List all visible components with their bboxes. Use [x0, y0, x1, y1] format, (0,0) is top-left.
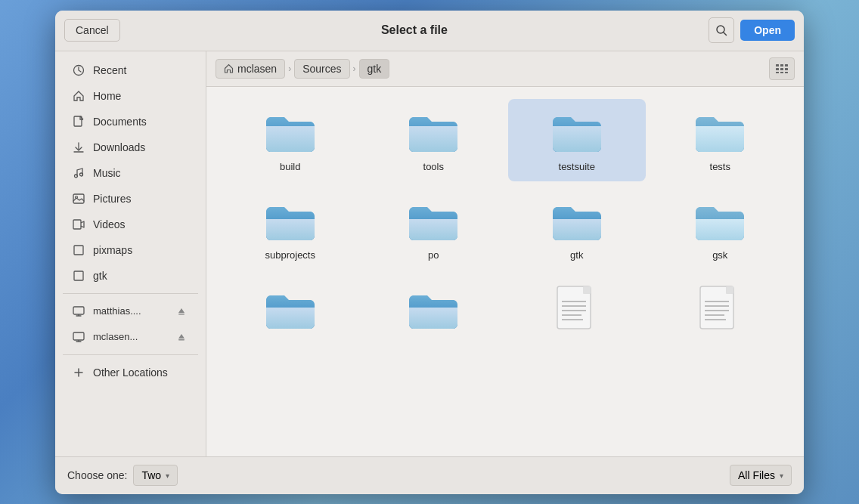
breadcrumb-sources[interactable]: Sources [294, 59, 349, 79]
eject-matthias-button[interactable] [174, 304, 189, 319]
breadcrumb-gtk[interactable]: gtk [359, 59, 390, 79]
svg-point-6 [75, 175, 78, 178]
sidebar-item-gtk[interactable]: gtk [60, 264, 201, 288]
svg-rect-28 [776, 68, 779, 70]
sidebar-item-recent[interactable]: Recent [60, 58, 201, 82]
dialog-footer: Choose one: Two ▾ All Files ▾ [55, 456, 804, 494]
svg-rect-35 [583, 286, 591, 294]
sidebar-divider-2 [63, 354, 198, 355]
choose-arrow: ▾ [166, 472, 169, 480]
device-mclasen-icon [72, 330, 85, 344]
file-item-gsk[interactable]: gsk [652, 187, 789, 270]
file-item-tools[interactable]: tools [365, 99, 503, 181]
file-icon-2 [697, 285, 743, 339]
sidebar-divider [63, 293, 198, 294]
sidebar-device-mclasen[interactable]: mclasen... [60, 325, 201, 349]
eject-mclasen-button[interactable] [174, 329, 189, 345]
music-icon [72, 166, 85, 180]
svg-rect-27 [785, 64, 788, 66]
sidebar-item-home[interactable]: Home [60, 84, 201, 108]
folder-icon-subprojects [263, 196, 318, 243]
breadcrumb-sep-2: › [352, 63, 358, 74]
file-item-po[interactable]: po [365, 187, 503, 270]
sidebar-device-matthias[interactable]: matthias.... [60, 299, 201, 323]
device-matthias-label: matthias.... [93, 305, 174, 317]
device-matthias-icon [72, 305, 85, 318]
svg-marker-21 [178, 334, 185, 339]
svg-rect-18 [73, 332, 84, 340]
file-label-testsuite: testsuite [559, 161, 595, 172]
file-item-testsuite[interactable]: testsuite [508, 99, 646, 181]
choose-label: Choose one: [67, 469, 127, 481]
view-toggle-button[interactable] [769, 57, 795, 80]
svg-rect-12 [74, 271, 83, 280]
sidebar-item-pictures[interactable]: Pictures [60, 187, 201, 211]
svg-point-7 [80, 173, 83, 176]
svg-rect-26 [780, 64, 783, 66]
open-button[interactable]: Open [740, 20, 795, 41]
footer-left: Choose one: Two ▾ [67, 465, 178, 486]
breadcrumb-gtk-label: gtk [367, 63, 382, 75]
folder-icon-gsk [693, 196, 747, 243]
choose-dropdown[interactable]: Two ▾ [133, 465, 178, 486]
breadcrumb-mclasen-label: mclasen [237, 63, 277, 75]
pixmaps-icon [72, 243, 85, 257]
folder-icon-gtk2 [550, 196, 604, 243]
sidebar-item-pixmaps[interactable]: pixmaps [60, 238, 201, 262]
svg-rect-32 [780, 72, 783, 73]
file-item-build[interactable]: build [222, 99, 359, 181]
file-icon-1 [554, 285, 600, 339]
folder-icon-tools [406, 108, 461, 155]
recent-label: Recent [93, 64, 126, 76]
folder-icon-build [263, 108, 318, 155]
recent-icon [72, 63, 85, 77]
cancel-button[interactable]: Cancel [64, 19, 120, 42]
sidebar-item-documents[interactable]: Documents [60, 110, 201, 134]
pixmaps-label: pixmaps [93, 244, 132, 256]
file-item-folder9[interactable] [222, 276, 359, 354]
file-label-gtk2: gtk [570, 249, 583, 261]
svg-line-1 [724, 32, 727, 36]
file-label-gsk: gsk [712, 249, 727, 261]
svg-rect-30 [785, 68, 788, 70]
home-label: Home [93, 90, 121, 102]
filetype-dropdown[interactable]: All Files ▾ [730, 465, 792, 486]
file-item-file1[interactable] [508, 276, 646, 354]
filetype-arrow: ▾ [780, 472, 783, 480]
file-item-file2[interactable] [652, 276, 789, 354]
folder-icon-testsuite [550, 108, 604, 155]
home-icon [72, 89, 85, 103]
file-item-folder10[interactable] [365, 276, 503, 354]
documents-icon [72, 115, 85, 128]
file-label-tests: tests [710, 161, 730, 172]
choose-value: Two [141, 469, 161, 481]
svg-rect-10 [73, 220, 81, 229]
dialog-title: Select a file [381, 23, 448, 37]
svg-rect-8 [73, 194, 84, 203]
sidebar-item-videos[interactable]: Videos [60, 212, 201, 237]
file-item-tests[interactable]: tests [652, 99, 789, 181]
svg-rect-11 [74, 246, 83, 255]
device-mclasen-label: mclasen... [93, 331, 174, 342]
sidebar-item-other-locations[interactable]: Other Locations [60, 360, 201, 385]
main-content: mclasen › Sources › gtk [206, 51, 804, 456]
svg-rect-31 [776, 72, 779, 73]
file-item-gtk2[interactable]: gtk [508, 187, 646, 270]
breadcrumb-sep-1: › [287, 63, 293, 74]
music-label: Music [93, 167, 121, 179]
file-label-po: po [428, 249, 439, 261]
pictures-icon [72, 192, 85, 206]
filetype-value: All Files [738, 469, 775, 481]
sidebar-item-music[interactable]: Music [60, 161, 201, 185]
file-item-subprojects[interactable]: subprojects [222, 187, 359, 270]
search-button[interactable] [709, 17, 734, 43]
sidebar-item-downloads[interactable]: Downloads [60, 135, 201, 159]
svg-rect-13 [73, 307, 84, 314]
svg-rect-33 [785, 72, 788, 73]
file-label-build: build [280, 161, 300, 172]
sidebar: Recent Home Documents [55, 51, 206, 456]
folder-icon-tests [693, 108, 747, 155]
breadcrumb-mclasen[interactable]: mclasen [216, 59, 285, 79]
pictures-label: Pictures [93, 193, 132, 205]
downloads-label: Downloads [93, 141, 145, 153]
